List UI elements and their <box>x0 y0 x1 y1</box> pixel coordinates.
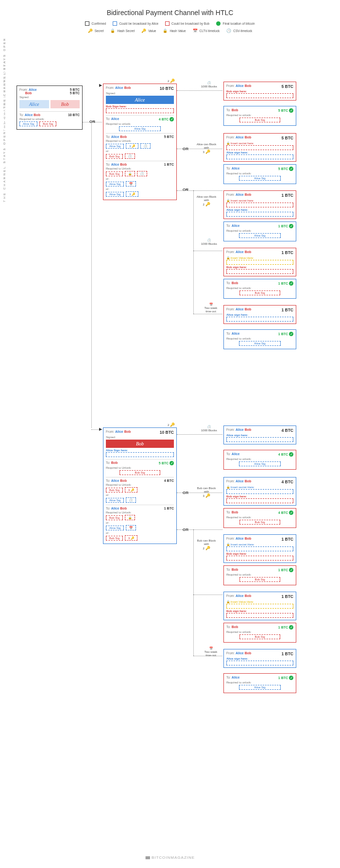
to-label: To: <box>226 452 231 456</box>
to-label: To: <box>226 511 231 514</box>
calendar-icon: 📅 <box>209 303 213 306</box>
btc-amount: 1 BTC <box>164 507 174 510</box>
sign-slot <box>226 93 293 98</box>
right-card: From: Alice Bob1 BTC Alice sign here: <box>223 649 296 668</box>
sign-slot <box>226 613 293 618</box>
key-number: 2 <box>168 424 169 426</box>
bob-sign-here: Bob sign here: <box>226 610 293 613</box>
lock-icon: 🔒 <box>110 29 115 33</box>
insert-value-label: Insert Value Here: <box>231 600 254 603</box>
key-icon: 🔑 <box>170 423 175 427</box>
from-label: From: <box>226 537 235 540</box>
right-card-out: To: Alice1 BTC ✓ Required to unlock: Ali… <box>223 221 296 241</box>
to-label: To: <box>226 108 231 112</box>
legend-value: Value <box>148 29 156 33</box>
alice-sig-pill: Alice Sig <box>106 526 124 530</box>
btc-amount: 5 BTC <box>281 136 293 140</box>
req-unlock-label: Required to unlock: <box>226 458 293 460</box>
alice-sig-banner: Alice <box>19 100 49 108</box>
to-name: Alice <box>111 117 119 120</box>
right-card-out: To: Alice5 BTC ✓ Required to unlock: Ali… <box>223 164 296 184</box>
bob-sig-banner: Bob <box>51 100 80 108</box>
from-bob: Bob <box>245 84 252 87</box>
from-bob: Bob <box>245 537 252 540</box>
key-pill: 3 🔑 <box>125 487 137 493</box>
to-name: Bob <box>232 511 238 514</box>
from-alice: Alice <box>236 428 244 431</box>
req-unlock-label: Required to unlock: <box>106 122 174 125</box>
bob-sig-pill: Bob Sig <box>119 470 160 475</box>
or-label: or: <box>106 177 174 180</box>
from-alice: Alice <box>236 537 244 540</box>
key-icon: 🔑 <box>205 494 210 498</box>
req-unlock-label: Required to unlock: <box>226 516 293 519</box>
key-number: 2 <box>168 80 169 83</box>
blocks-annotation: 1000 Blocks <box>201 85 217 88</box>
bob-sig-pill: Bob Sig <box>106 515 123 520</box>
btc-amount: 1 BTC <box>281 193 293 198</box>
blocks-annotation: 1000 Blocks <box>201 242 217 245</box>
btc-amount: 4 BTC <box>278 511 288 514</box>
clock-icon: 🕓 <box>207 425 211 428</box>
signed-label: Signed: <box>19 96 80 99</box>
key-icon: 🔑 <box>170 79 175 83</box>
from-alice: Alice <box>29 88 37 91</box>
sign-slot <box>226 317 293 322</box>
check-icon: ✓ <box>289 452 293 457</box>
to-label: To: <box>106 479 110 482</box>
btc-amount: 1 BTC <box>281 250 293 255</box>
clock-icon: 🕓 <box>226 29 231 33</box>
bob-sig-pill: Bob Sig <box>239 290 280 295</box>
key-pill: 3 🔑 <box>125 535 137 541</box>
check-icon: ✓ <box>289 568 293 572</box>
from-bob: Bob <box>245 479 252 483</box>
to-bob: Bob <box>120 163 127 166</box>
alice-sign-here: Alice Sign here: <box>106 449 174 452</box>
or-label: or: <box>106 521 174 524</box>
alice-sig-pill: Alice Sig <box>106 144 124 149</box>
req-unlock-label: Required to unlock: <box>226 337 293 340</box>
from-alice: Alice <box>236 594 244 597</box>
lock-icon: 🔒 <box>226 256 230 259</box>
right-card: From: Alice Bob4 BTC 🔒 Insert secret Her… <box>223 477 296 506</box>
btc-amount: 1 BTC <box>278 224 288 228</box>
legend-hash-secret: Hash Secret <box>117 29 135 33</box>
legend-bob-broadcast: Could be broadcast by Bob <box>171 22 209 25</box>
req-unlock-label: Required to Unlock: <box>106 139 174 142</box>
check-icon: ✓ <box>289 511 293 515</box>
alice-sig-pill: Alice Sig <box>239 233 280 238</box>
to-label: To: <box>106 135 110 138</box>
from-label: From: <box>226 250 235 254</box>
check-icon: ✓ <box>289 108 293 113</box>
lock-pill: 🔒 <box>125 171 135 176</box>
to-label: To: <box>106 461 110 464</box>
btc-amount: 4 BTC <box>278 453 288 456</box>
from-label: From: <box>226 651 235 655</box>
blocks-annotation: 1000 Blocks <box>201 429 217 432</box>
btc-amount: 4 BTC <box>164 479 174 482</box>
right-card-out: To: Bob4 BTC ✓ Required to unlock: Bob S… <box>223 508 296 528</box>
bob-sign-here: Bob sign here: <box>226 90 293 93</box>
bob-sig-banner: Bob <box>106 440 174 448</box>
clock-pill: 🕓 <box>137 171 147 176</box>
or-label: or: <box>106 531 174 534</box>
bob-sign-here: Bob sign here: <box>226 495 293 498</box>
btc-amount: 1 BTC <box>281 594 293 599</box>
signed-label: Signed: <box>106 92 174 95</box>
alice-sig-pill: Alice Sig <box>106 192 124 197</box>
btc-amount: 10 BTC <box>160 430 174 435</box>
right-card-out: To: Alice1 BTC ✓ Required to unlock: Ali… <box>223 329 296 349</box>
from-bob: Bob <box>124 430 131 433</box>
sign-slot <box>226 498 293 503</box>
alice-sig-pill: Alice Sig <box>19 121 37 126</box>
to-name: Bob <box>232 281 238 285</box>
req-unlock-label: Required to unlock: <box>226 573 293 576</box>
key-number: 3 <box>203 151 204 153</box>
insert-secret-label: Insert secret Here: <box>231 543 255 546</box>
insert-value-label: Insert Value Here: <box>231 256 254 259</box>
lock-pill: 🔒 <box>125 515 135 520</box>
two-week-annot: Two week time-out <box>204 306 218 313</box>
value-slot <box>226 260 293 265</box>
key-pill: 3 🔑 <box>126 143 138 149</box>
btc-amount: 5 BTC <box>164 135 174 138</box>
